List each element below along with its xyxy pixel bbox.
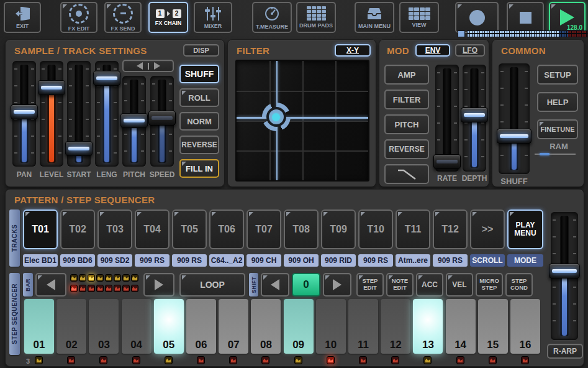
view-button[interactable]: VIEW — [399, 2, 439, 33]
micro-step-button[interactable]: MICRO STEP — [476, 273, 503, 297]
fader-handle[interactable] — [433, 154, 461, 169]
step-cell-08[interactable]: 08 — [251, 299, 281, 354]
start-fader[interactable] — [67, 61, 91, 167]
norm-button[interactable]: NORM — [179, 112, 219, 131]
acc-button[interactable]: ACC — [416, 273, 443, 297]
step-cell-04[interactable]: 04 — [122, 299, 152, 354]
disp-button[interactable]: DISP — [183, 44, 219, 57]
step-edit-button[interactable]: STEP EDIT — [356, 273, 384, 297]
position-display[interactable]: 0 — [292, 273, 320, 297]
leng-fader[interactable] — [95, 61, 119, 167]
prev-step-button[interactable] — [261, 273, 289, 297]
mixer-button[interactable]: MIXER — [194, 2, 232, 33]
step-cell-13[interactable]: 13 — [413, 299, 443, 354]
fader-handle[interactable] — [38, 80, 65, 95]
fx-send-button[interactable]: FX SEND — [104, 2, 142, 33]
fx-edit-button[interactable]: FX EDIT — [60, 2, 97, 33]
exit-button[interactable]: EXIT — [4, 2, 41, 33]
prev-bar-button[interactable] — [35, 273, 66, 297]
roll-button[interactable]: ROLL — [179, 88, 219, 107]
fader-handle[interactable] — [93, 71, 120, 86]
finetune-button[interactable]: FINETUNE — [537, 119, 578, 139]
mod-curve-button[interactable] — [384, 164, 429, 184]
track-button-[interactable]: >> — [470, 209, 505, 249]
fader-handle[interactable] — [497, 129, 531, 144]
track-button-t03[interactable]: T03 — [97, 209, 132, 249]
note-edit-button[interactable]: NOTE EDIT — [386, 273, 414, 297]
reverse-button[interactable]: REVERSE — [179, 136, 219, 154]
track-name-label: 909 RID — [325, 256, 352, 265]
step-cell-06[interactable]: 06 — [186, 299, 216, 354]
loop-button[interactable]: LOOP — [179, 273, 245, 297]
track-button-t07[interactable]: T07 — [247, 209, 281, 249]
filter-xy-pad[interactable] — [235, 60, 369, 182]
step-cell-03[interactable]: 03 — [89, 299, 119, 354]
fader-handle[interactable] — [65, 141, 93, 156]
track-button-t09[interactable]: T09 — [321, 209, 356, 249]
track-name-chip: 909 RS — [433, 254, 468, 267]
pattern-fader[interactable] — [551, 212, 578, 340]
track-button-t11[interactable]: T11 — [396, 209, 430, 249]
tempo-gauge-icon — [264, 6, 280, 22]
step-cell-10[interactable]: 10 — [316, 299, 346, 354]
track-button-t10[interactable]: T10 — [358, 209, 393, 249]
fill-in-button[interactable]: FILL IN — [179, 159, 219, 178]
fx-chain-button[interactable]: 1 2 FX CHAIN — [148, 2, 188, 33]
step-cell-02[interactable]: 02 — [57, 299, 86, 354]
depth-fader[interactable] — [463, 65, 486, 172]
r-arp-button[interactable]: R-ARP — [547, 344, 583, 359]
next-bar-button[interactable] — [143, 273, 174, 297]
step-cell-01[interactable]: 01 — [24, 299, 54, 354]
common-shuff-fader[interactable] — [499, 63, 530, 174]
track-button-t08[interactable]: T08 — [284, 209, 319, 249]
fader-handle[interactable] — [120, 113, 148, 128]
pan-fader[interactable] — [12, 61, 36, 167]
track-button-t12[interactable]: T12 — [433, 209, 468, 249]
track-button-t01[interactable]: T01 — [23, 209, 58, 249]
track-button-t02[interactable]: T02 — [60, 209, 95, 249]
step-cell-05[interactable]: 05 — [154, 299, 184, 354]
pitch-fader[interactable] — [122, 76, 146, 167]
tab-lfo[interactable]: LFO — [455, 44, 485, 57]
track-button-playmenu[interactable]: PLAY MENU — [507, 209, 543, 249]
speed-fader[interactable] — [150, 76, 174, 167]
shuff-button[interactable]: SHUFF — [179, 65, 219, 83]
mod-amp-button[interactable]: AMP — [384, 65, 429, 85]
help-button[interactable]: HELP — [537, 92, 578, 112]
track-button-t04[interactable]: T04 — [135, 209, 170, 249]
drum-pads-button[interactable]: DRUM PADS — [296, 2, 336, 33]
fader-handle[interactable] — [549, 264, 580, 278]
step-cell-07[interactable]: 07 — [219, 299, 248, 354]
step-cell-16[interactable]: 16 — [510, 299, 540, 354]
tab-env[interactable]: ENV — [415, 44, 450, 57]
main-menu-button[interactable]: MAIN MENU — [355, 2, 394, 33]
fader-handle[interactable] — [148, 111, 176, 126]
step-cell-12[interactable]: 12 — [381, 299, 410, 354]
step-cell-09[interactable]: 09 — [284, 299, 314, 354]
fader-handle[interactable] — [11, 104, 38, 119]
xy-cursor-puck[interactable] — [262, 103, 291, 131]
mod-reverse-button[interactable]: REVERSE — [384, 139, 429, 159]
fader-handle[interactable] — [461, 108, 488, 122]
stop-button[interactable] — [507, 2, 544, 33]
rate-fader[interactable] — [435, 65, 459, 172]
tracks-tab: TRACKS — [9, 209, 20, 267]
step-cell-14[interactable]: 14 — [446, 299, 476, 354]
step-led-14 — [456, 356, 464, 364]
track-button-t05[interactable]: T05 — [172, 209, 207, 249]
mod-pitch-button[interactable]: PITCH — [384, 114, 429, 134]
step-cell-11[interactable]: 11 — [348, 299, 378, 354]
sample-prev-next-button[interactable] — [122, 60, 174, 72]
t-measure-button[interactable]: T.MEASURE — [252, 2, 292, 33]
xy-mode-button[interactable]: X-Y — [335, 44, 371, 57]
setup-button[interactable]: SETUP — [537, 65, 578, 85]
level-fader[interactable] — [40, 61, 63, 167]
step-cell-15[interactable]: 15 — [478, 299, 508, 354]
track-button-t06[interactable]: T06 — [209, 209, 244, 249]
vel-button[interactable]: VEL — [446, 273, 473, 297]
step-cond-button[interactable]: STEP COND — [505, 273, 533, 297]
record-button[interactable] — [455, 2, 499, 33]
next-step-button[interactable] — [323, 273, 351, 297]
mod-filter-button[interactable]: FILTER — [384, 90, 429, 109]
play-button[interactable]: 128.0 — [549, 2, 586, 33]
